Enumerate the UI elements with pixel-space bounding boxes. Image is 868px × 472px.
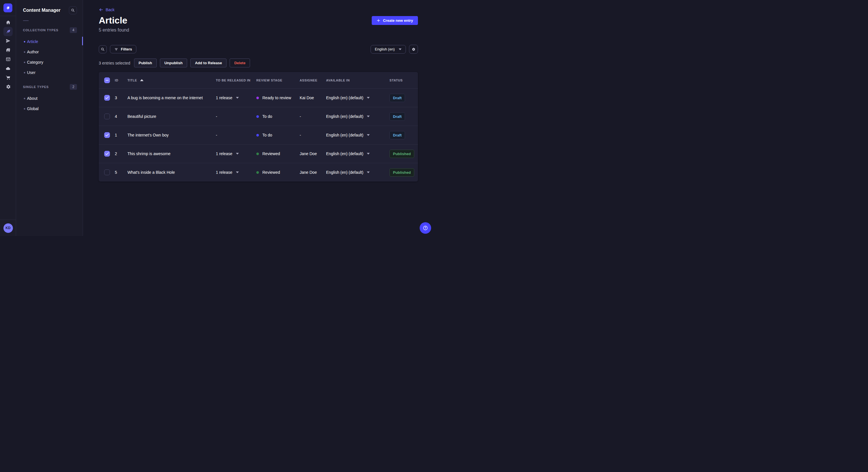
add-to-release-button[interactable]: Add to Release bbox=[190, 59, 226, 67]
sidebar-search-button[interactable] bbox=[69, 6, 77, 14]
gear-icon bbox=[412, 47, 415, 51]
stage-label: Reviewed bbox=[262, 151, 280, 156]
review-stage-cell: To do bbox=[256, 114, 300, 119]
chevron-down-icon[interactable] bbox=[367, 153, 370, 155]
sort-ascending-icon[interactable] bbox=[140, 79, 144, 81]
nav-content-manager[interactable] bbox=[3, 27, 12, 36]
row-checkbox[interactable] bbox=[104, 132, 110, 138]
chevron-down-icon[interactable] bbox=[236, 153, 239, 155]
cloud-icon bbox=[5, 66, 11, 71]
available-in-cell[interactable]: English (en) (default) bbox=[326, 114, 390, 119]
create-new-entry-button[interactable]: Create new entry bbox=[372, 16, 418, 25]
title-header-label: TITLE bbox=[127, 78, 137, 82]
available-in-cell[interactable]: English (en) (default) bbox=[326, 133, 390, 137]
available-in-cell[interactable]: English (en) (default) bbox=[326, 96, 390, 100]
locale-label: English (en) (default) bbox=[326, 133, 363, 137]
sidebar-item-label: Category bbox=[27, 60, 43, 65]
table-row[interactable]: 5What's inside a Black Hole1 releaseRevi… bbox=[99, 163, 418, 181]
available-in-cell[interactable]: English (en) (default) bbox=[326, 151, 390, 156]
nav-settings[interactable] bbox=[3, 82, 12, 91]
table-row[interactable]: 4Beautiful picture-To do-English (en) (d… bbox=[99, 107, 418, 126]
publish-button[interactable]: Publish bbox=[134, 59, 157, 67]
view-settings-button[interactable] bbox=[409, 45, 418, 54]
select-all-checkbox[interactable] bbox=[104, 77, 110, 83]
gear-icon bbox=[5, 84, 11, 90]
sidebar-item-label: About bbox=[27, 96, 38, 101]
column-header-assignee[interactable]: ASSIGNEE bbox=[300, 78, 326, 82]
nav-marketplace[interactable] bbox=[3, 73, 12, 82]
row-checkbox[interactable] bbox=[104, 169, 110, 175]
filters-button[interactable]: Filters bbox=[110, 45, 136, 53]
released-in-cell: - bbox=[216, 114, 256, 119]
chevron-down-icon[interactable] bbox=[367, 134, 370, 136]
nav-releases[interactable] bbox=[3, 36, 12, 45]
entry-id: 4 bbox=[115, 114, 127, 119]
sidebar-item-category[interactable]: Category bbox=[16, 57, 83, 67]
divider bbox=[23, 20, 29, 21]
column-header-stage[interactable]: REVIEW STAGE bbox=[256, 78, 300, 82]
active-item-indicator bbox=[82, 37, 83, 45]
column-header-released[interactable]: TO BE RELEASED IN bbox=[216, 78, 256, 82]
stage-dot-icon bbox=[256, 171, 259, 174]
column-header-status[interactable]: STATUS bbox=[390, 78, 412, 82]
chevron-down-icon[interactable] bbox=[236, 171, 239, 173]
released-in-cell[interactable]: 1 release bbox=[216, 96, 256, 100]
nav-media-library[interactable] bbox=[3, 45, 12, 55]
create-new-entry-label: Create new entry bbox=[383, 19, 413, 23]
stage-label: To do bbox=[262, 114, 272, 119]
table-row[interactable]: 2This shrimp is awesome1 releaseReviewed… bbox=[99, 144, 418, 163]
nav-home[interactable] bbox=[3, 18, 12, 27]
locale-value: English (en) bbox=[375, 47, 395, 51]
assignee-cell: - bbox=[300, 133, 326, 137]
locale-label: English (en) (default) bbox=[326, 114, 363, 119]
entry-title: A bug is becoming a meme on the internet bbox=[127, 96, 216, 100]
section-label: COLLECTION TYPES bbox=[23, 28, 58, 32]
sidebar-item-author[interactable]: Author bbox=[16, 47, 83, 57]
nav-content-type-builder[interactable] bbox=[3, 55, 12, 64]
status-badge: Published bbox=[390, 168, 414, 177]
column-header-available[interactable]: AVAILABLE IN bbox=[326, 78, 390, 82]
chevron-down-icon[interactable] bbox=[367, 171, 370, 173]
strapi-logo[interactable] bbox=[3, 3, 12, 12]
released-in-cell: - bbox=[216, 133, 256, 137]
available-in-cell[interactable]: English (en) (default) bbox=[326, 170, 390, 175]
plus-icon bbox=[377, 19, 380, 22]
column-header-title[interactable]: TITLE bbox=[127, 78, 216, 82]
back-link[interactable]: Back bbox=[99, 7, 115, 12]
bullet-icon bbox=[24, 62, 25, 63]
sidebar-item-user[interactable]: User bbox=[16, 67, 83, 78]
main-content: Back Article 5 entries found Create new … bbox=[83, 0, 434, 236]
table-row[interactable]: 3A bug is becoming a meme on the interne… bbox=[99, 88, 418, 107]
sidebar-item-label: Article bbox=[27, 39, 38, 44]
released-in-cell[interactable]: 1 release bbox=[216, 170, 256, 175]
entries-table: ID TITLE TO BE RELEASED IN REVIEW STAGE … bbox=[99, 72, 418, 181]
nav-deploy[interactable] bbox=[3, 64, 12, 73]
bullet-icon bbox=[24, 51, 25, 53]
column-header-id[interactable]: ID bbox=[115, 78, 127, 82]
released-in-value: 1 release bbox=[216, 151, 232, 156]
released-in-cell[interactable]: 1 release bbox=[216, 151, 256, 156]
chevron-down-icon[interactable] bbox=[367, 97, 370, 99]
search-entries-button[interactable] bbox=[99, 45, 107, 53]
help-button[interactable] bbox=[420, 222, 431, 234]
status-badge: Published bbox=[390, 150, 414, 158]
stage-label: Ready to review bbox=[262, 96, 291, 100]
row-checkbox[interactable] bbox=[104, 151, 110, 157]
avatar[interactable]: KD bbox=[3, 224, 13, 233]
locale-select[interactable]: English (en) bbox=[371, 45, 406, 54]
review-stage-cell: Reviewed bbox=[256, 170, 300, 175]
unpublish-button[interactable]: Unpublish bbox=[160, 59, 187, 67]
row-checkbox[interactable] bbox=[104, 95, 110, 101]
delete-button[interactable]: Delete bbox=[229, 59, 250, 67]
sidebar-item-article[interactable]: Article bbox=[16, 36, 83, 47]
bullet-icon bbox=[24, 98, 25, 99]
plane-icon bbox=[5, 38, 11, 43]
sidebar-item-global[interactable]: Global bbox=[16, 103, 83, 114]
sidebar-item-about[interactable]: About bbox=[16, 93, 83, 103]
row-checkbox[interactable] bbox=[104, 113, 110, 119]
sidebar-item-label: Author bbox=[27, 49, 39, 54]
chevron-down-icon[interactable] bbox=[367, 115, 370, 117]
table-row[interactable]: 1The internet's Own boy-To do-English (e… bbox=[99, 126, 418, 144]
locale-label: English (en) (default) bbox=[326, 170, 363, 175]
chevron-down-icon[interactable] bbox=[236, 97, 239, 99]
